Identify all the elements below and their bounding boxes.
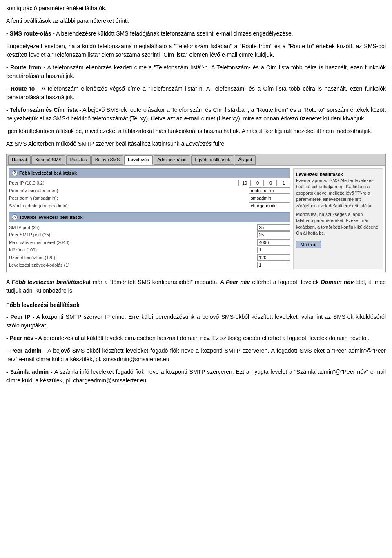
idozona-input[interactable] <box>257 247 290 253</box>
paragraph-sms-route: - SMS route-olás - A berendezésre küldöt… <box>6 29 386 38</box>
tab-egyeb-beallitasok[interactable]: Egyéb beállítások <box>191 155 234 165</box>
route-from-bold: - Route from - <box>6 64 45 71</box>
field-peer-admin: Peer admin (smsadmin): <box>9 195 290 202</box>
right-panel: Levelezési beállítások Ezen a lapon az S… <box>293 168 383 269</box>
paragraph-route-to: - Route to - A telefonszám ellenőrzés vé… <box>6 84 386 102</box>
szamla-admin-input[interactable] <box>249 202 290 209</box>
paragraph-peer-ip: - Peer IP - A központi SMTP szerver IP c… <box>6 313 386 330</box>
paragraph-intro: konfiguráció paraméter értékei láthatók. <box>6 4 386 13</box>
right-panel-text1: Ezen a lapon az SMS Alerter levelezési b… <box>296 178 380 209</box>
tab-bejovo-sms[interactable]: Bejövő SMS <box>91 155 124 165</box>
uzenet-leidozites-input[interactable] <box>257 254 290 261</box>
paragraph-p3: Engedélyezett esetben, ha a küldő telefo… <box>6 42 386 59</box>
field-smtp-port: SMTP port (25): <box>9 224 290 231</box>
section1-icon: ? <box>12 170 18 176</box>
tab-halozat[interactable]: Hálózat <box>8 155 31 165</box>
peer-ip-octet3[interactable] <box>265 180 277 186</box>
telefon-cim-bold: - Telefonszám és Cím lista - <box>6 107 81 113</box>
szamla-admin-label: Számla admin (chargeadmin): <box>9 202 249 209</box>
paragraph-telefon-cim: - Telefonszám és Cím lista - A bejövő SM… <box>6 106 386 123</box>
route-to-bold: - Route to - <box>6 85 39 92</box>
paragraph-p2-intro: A fenti beállítások az alábbi paramétere… <box>6 17 386 25</box>
section1-header: ? Főbb levelezési beállítások <box>9 168 290 178</box>
max-email-meret-label: Maximális e-mail méret (2048): <box>9 239 257 246</box>
peer-admin-input[interactable] <box>249 195 290 201</box>
right-panel-text2: Módosítsa, ha szükséges a lapon találhat… <box>296 211 380 237</box>
tab-adminisztracio[interactable]: Adminisztráció <box>154 155 190 165</box>
paragraph-smtp-intro: Az SMS Alerterben működő SMTP szerver be… <box>6 140 386 148</box>
smtp-port-label: SMTP port (25): <box>9 224 257 231</box>
uzenet-leidozites-label: Üzenet leidőzítés (120): <box>9 254 257 261</box>
peer-ip-inputs <box>238 180 290 186</box>
field-peer-nev: Peer név (smsalerter.eu): <box>9 187 290 194</box>
peer-smtp-port-label: Peer SMTP port (25): <box>9 231 257 238</box>
sms-route-text: - SMS route-olás - A berendezésre küldöt… <box>6 30 293 37</box>
right-panel-title: Levelezési beállítások <box>296 171 380 178</box>
section2-title: További levelezési beállítások <box>19 214 83 221</box>
field-peer-ip: Peer IP (10.0.0.2): <box>9 180 290 187</box>
section1-title: Főbb levelezési beállítások <box>19 170 77 177</box>
left-panel: ? Főbb levelezési beállítások Peer IP (1… <box>9 168 290 269</box>
max-email-meret-input[interactable] <box>257 239 290 246</box>
peer-ip-octet2[interactable] <box>252 180 264 186</box>
ui-screenshot: Hálózat Kimenő SMS Riasztás Bejövő SMS L… <box>6 154 386 272</box>
field-max-email-meret: Maximális e-mail méret (2048): <box>9 239 290 246</box>
tab-kimeno-sms[interactable]: Kimenő SMS <box>31 155 65 165</box>
peer-nev-input[interactable] <box>249 187 290 194</box>
peer-nev-label: Peer név (smsalerter.eu): <box>9 187 249 194</box>
field-szamla-admin: Számla admin (chargeadmin): <box>9 202 290 209</box>
section2-icon: ^ <box>12 214 18 220</box>
paragraph-p7: Igen körültekintően állítsuk be, mivel e… <box>6 127 386 136</box>
field-uzenet-leidozites: Üzenet leidőzítés (120): <box>9 254 290 261</box>
peer-admin-label: Peer admin (smsadmin): <box>9 195 249 202</box>
peer-smtp-port-input[interactable] <box>257 231 290 238</box>
smtp-port-input[interactable] <box>257 224 290 231</box>
paragraph-route-from: - Route from - A telefonszám ellenőrzés … <box>6 63 386 80</box>
paragraph-fobb-levelezesi-intro: A Főbb levelezési beállításokat már a "t… <box>6 278 386 295</box>
levelezesi-kodolas-input[interactable] <box>257 262 290 268</box>
ui-content: ? Főbb levelezési beállítások Peer IP (1… <box>7 166 385 272</box>
peer-ip-label: Peer IP (10.0.0.2): <box>9 180 238 187</box>
peer-ip-octet4[interactable] <box>278 180 290 186</box>
peer-ip-octet1[interactable] <box>238 180 251 186</box>
idozona-label: Időzóna (100): <box>9 247 257 253</box>
paragraph-szamla-admin: - Számla admin - A számla infó leveleket… <box>6 368 386 385</box>
section2-header: ^ További levelezési beállítások <box>9 212 290 222</box>
tab-levelezés[interactable]: Levelezés <box>124 155 153 165</box>
paragraph-peer-admin: - Peer admin - A bejövő SMS-ekből készít… <box>6 347 386 364</box>
tab-allapot[interactable]: Állapot <box>235 155 256 165</box>
paragraph-peer-nev: - Peer név - A berendezés által küldött … <box>6 334 386 342</box>
modosit-button[interactable]: Módosít <box>296 241 321 248</box>
field-idozona: Időzóna (100): <box>9 247 290 253</box>
section-heading-fobb-levelezesi: Főbb levelezési beállítások <box>6 301 386 309</box>
nav-bar: Hálózat Kimenő SMS Riasztás Bejövő SMS L… <box>7 154 385 166</box>
tab-riasztas[interactable]: Riasztás <box>66 155 91 165</box>
field-levelezesi-kodolas: Levelezési szöveg-kódolás (1): <box>9 262 290 269</box>
field-peer-smtp-port: Peer SMTP port (25): <box>9 231 290 238</box>
levelezesi-kodolas-label: Levelezési szöveg-kódolás (1): <box>9 262 257 269</box>
